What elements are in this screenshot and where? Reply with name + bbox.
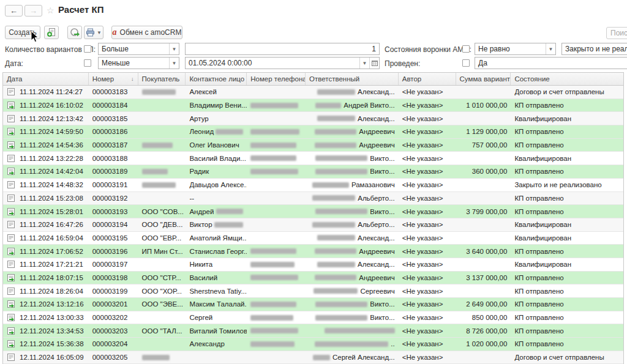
- author-value: <Не указан>: [402, 261, 443, 268]
- table-row[interactable]: 11.11.2024 16:59:04000003195ООО "ЕВР...А…: [3, 232, 623, 245]
- redacted-text: [142, 355, 170, 360]
- responsible-name: Викто...: [370, 155, 394, 162]
- state-value: Квалифицирован: [514, 155, 571, 162]
- column-header-4[interactable]: Номер телефона: [247, 73, 306, 85]
- filter-variants-value-input[interactable]: 1: [185, 43, 380, 55]
- column-header-8[interactable]: Состояние: [511, 73, 623, 85]
- table-row[interactable]: 12.11.2024 13:12:16000003201ООО "ЭВЕ...М…: [3, 298, 623, 311]
- chevron-down-icon[interactable]: ▼: [169, 43, 179, 54]
- document-posted-icon: [7, 141, 15, 149]
- filter-amostate-checkbox[interactable]: [462, 45, 470, 53]
- table-row[interactable]: 12.11.2024 13:34:53000003203ООО "ТАЛ...В…: [3, 324, 623, 338]
- nav-back-button[interactable]: ←: [5, 5, 23, 17]
- cell-number: 000003186: [89, 125, 138, 138]
- cell-buyer: ИП Мин Ст...: [138, 245, 186, 258]
- filter-date-value-input[interactable]: 01.05.2024 0:00:00 ▼: [185, 57, 380, 69]
- cell-phone: [247, 165, 306, 178]
- cell-state: КП отправлено: [511, 272, 623, 284]
- column-header-0[interactable]: Дата: [3, 73, 89, 85]
- table-row[interactable]: 11.11.2024 11:24:27000003183АлексейАлекс…: [3, 86, 623, 99]
- cell-state: КП отправлено: [511, 139, 623, 152]
- table-row[interactable]: 11.11.2024 15:28:01000003193ООО "СОВ...А…: [3, 205, 623, 218]
- print-dropdown-caret[interactable]: ▼: [97, 30, 102, 35]
- document-date: 12.11.2024 13:12:16: [20, 300, 84, 308]
- cell-author: <Не указан>: [399, 245, 456, 258]
- document-date: 11.11.2024 12:13:42: [20, 115, 83, 122]
- filter-amostate-comparison-select[interactable]: Не равно ▼: [475, 43, 556, 55]
- cell-number: 000003202: [89, 311, 138, 324]
- table-row[interactable]: 11.11.2024 12:13:42000003185АртурАлексан…: [3, 112, 623, 125]
- table-row[interactable]: 12.11.2024 13:00:33000003202СергейВикто.…: [3, 311, 623, 325]
- author-value: <Не указан>: [402, 128, 443, 135]
- nav-forward-button[interactable]: →: [24, 5, 42, 17]
- variant-sum: 3 137 000,00: [466, 274, 507, 281]
- table-row[interactable]: 11.11.2024 16:47:26000003194ООО "ДЕВ...В…: [3, 218, 623, 232]
- redacted-text: [315, 341, 388, 347]
- chevron-down-icon[interactable]: ▼: [546, 43, 555, 54]
- table-row[interactable]: 11.11.2024 16:10:02000003184Владимир Вен…: [3, 99, 623, 113]
- document-number: 000003183: [92, 88, 128, 95]
- favorite-star-icon[interactable]: ☆: [47, 6, 54, 15]
- document-icon: [7, 154, 15, 163]
- contact-name: Артур: [189, 115, 208, 122]
- cell-buyer: [138, 139, 186, 152]
- cell-state: Договор и счет отправлены: [511, 351, 623, 364]
- table-row[interactable]: 11.11.2024 18:07:15000003198ООО "СТР...В…: [3, 272, 623, 285]
- calendar-icon[interactable]: [369, 58, 379, 69]
- filter-variants-checkbox[interactable]: [84, 45, 91, 53]
- column-header-7[interactable]: Сумма варианта: [456, 73, 511, 85]
- chevron-down-icon[interactable]: ▼: [359, 58, 369, 69]
- filter-date-checkbox[interactable]: [84, 59, 91, 67]
- table-row[interactable]: 11.11.2024 17:21:21000003197НикитаАлекса…: [3, 258, 623, 272]
- filter-amostate-value-input[interactable]: Закрыто и не реализовано: [561, 43, 627, 55]
- table-row[interactable]: 11.11.2024 14:59:50000003186Леонид Андре…: [3, 125, 623, 139]
- cell-contact: Алексей: [186, 86, 247, 98]
- copy-document-icon-button[interactable]: [44, 26, 59, 39]
- filter-posted-value-input[interactable]: Да: [475, 57, 627, 69]
- cell-contact: Сергей: [186, 311, 247, 324]
- column-header-3[interactable]: Контактное лицо: [186, 73, 247, 85]
- cell-author: <Не указан>: [399, 284, 456, 297]
- cell-phone: [247, 112, 306, 125]
- document-number: 000003204: [92, 340, 128, 347]
- page-title: Расчет КП: [58, 4, 103, 15]
- document-number: 000003198: [92, 274, 128, 281]
- filter-date-comparison-select[interactable]: Меньше ▼: [98, 57, 179, 69]
- buyer-name: ООО "СТР...: [142, 274, 181, 281]
- buyer-name: ООО "ЕВР...: [142, 234, 182, 242]
- cell-phone: [247, 86, 306, 98]
- cell-phone: [247, 338, 306, 351]
- cell-responsible: Сергеевич: [306, 284, 399, 297]
- table-row[interactable]: 11.11.2024 17:06:52000003196ИП Мин Ст...…: [3, 245, 623, 258]
- redacted-text: [325, 328, 395, 333]
- table-row[interactable]: 11.11.2024 18:26:04000003199ООО "ХОР...S…: [3, 284, 623, 298]
- table-row[interactable]: 11.11.2024 14:42:04000003189РадикВикто..…: [3, 165, 623, 179]
- document-date: 11.11.2024 11:24:27: [20, 88, 83, 95]
- redacted-text: [315, 209, 367, 214]
- cell-date: 11.11.2024 15:28:01: [3, 205, 89, 218]
- create-button[interactable]: Создать: [5, 26, 40, 39]
- table-row[interactable]: 11.11.2024 15:23:08000003192--Альберто..…: [3, 192, 623, 206]
- filter-posted-checkbox[interactable]: [462, 59, 470, 67]
- column-header-1[interactable]: Номер↓: [89, 73, 138, 85]
- chevron-down-icon[interactable]: ▼: [169, 58, 179, 69]
- table-row[interactable]: 12.11.2024 15:36:38000003204Александр..<…: [3, 338, 623, 351]
- cell-author: <Не указан>: [399, 139, 456, 152]
- filter-variants-comparison-select[interactable]: Больше ▼: [98, 43, 179, 55]
- table-row[interactable]: 11.11.2024 14:54:36000003187Олег Иванови…: [3, 139, 623, 152]
- exchange-icon-button[interactable]: [67, 26, 82, 39]
- state-value: Договор и счет отправлены: [514, 88, 604, 95]
- cell-responsible: Викто...: [306, 165, 399, 178]
- amocrm-logo-icon: a: [113, 28, 117, 37]
- contact-name: Алексей: [189, 88, 217, 95]
- table-row[interactable]: 11.11.2024 14:48:32000003191Давыдов Алек…: [3, 179, 623, 192]
- author-value: <Не указан>: [402, 274, 443, 281]
- table-row[interactable]: 12.11.2024 16:05:09000003205Сергей Алекс…: [3, 351, 623, 364]
- amocrm-exchange-button[interactable]: a Обмен с amoCRM: [111, 26, 182, 39]
- column-header-5[interactable]: Ответственный: [306, 73, 399, 85]
- table-row[interactable]: 11.11.2024 13:22:28000003188Василий Влад…: [3, 152, 623, 165]
- print-button[interactable]: ▼: [84, 26, 103, 39]
- column-header-2[interactable]: Покупатель: [138, 73, 186, 85]
- column-header-6[interactable]: Автор: [399, 73, 456, 85]
- search-button[interactable]: Поиск: [606, 27, 627, 39]
